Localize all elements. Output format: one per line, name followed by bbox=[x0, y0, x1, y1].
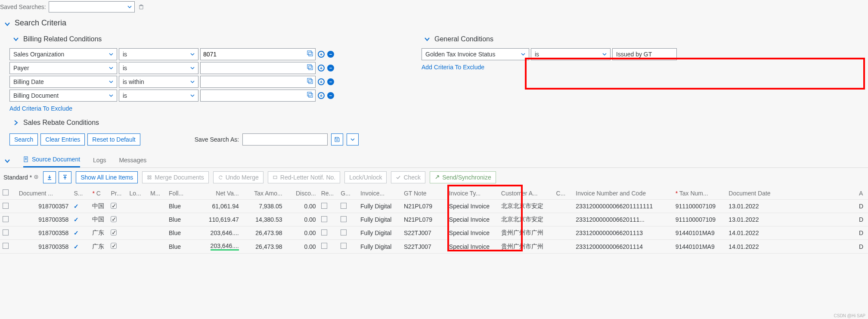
col-pr[interactable]: Pr... bbox=[108, 187, 127, 200]
table-row[interactable]: 918700358 ✓ 广东 ✓ Blue 203,646.... 26,473… bbox=[0, 226, 868, 240]
criteria-field-select[interactable]: Billing Document bbox=[9, 90, 117, 102]
sales-rebate-header[interactable]: Sales Rebate Conditions bbox=[0, 115, 420, 131]
checkbox[interactable] bbox=[341, 243, 347, 249]
save-search-input[interactable] bbox=[242, 133, 328, 146]
col-foll[interactable]: Foll... bbox=[166, 187, 198, 200]
chevron-down-icon[interactable] bbox=[4, 158, 10, 165]
cell-invoice-number: 23312000000066201111111 bbox=[573, 200, 673, 213]
check-icon: ✓ bbox=[74, 229, 79, 236]
criteria-operator-select[interactable]: is bbox=[119, 62, 198, 74]
export-button[interactable] bbox=[59, 171, 71, 183]
row-checkbox[interactable] bbox=[3, 203, 9, 209]
checkbox-icon[interactable]: ✓ bbox=[111, 229, 117, 235]
criteria-operator-select[interactable]: is bbox=[119, 90, 198, 102]
cell-invoice-number: 2331200000006620111... bbox=[573, 213, 673, 226]
row-checkbox[interactable] bbox=[3, 243, 9, 249]
col-invoice-type[interactable]: Invoice Ty... bbox=[446, 187, 499, 200]
criteria-value-input[interactable] bbox=[200, 48, 316, 60]
col-tax-number[interactable]: * Tax Num... bbox=[673, 187, 726, 200]
checkbox[interactable] bbox=[341, 203, 347, 209]
col-c[interactable]: * C bbox=[90, 187, 108, 200]
add-row-button[interactable]: + bbox=[317, 92, 325, 99]
cell-action[interactable]: D bbox=[856, 200, 868, 213]
col-invoice[interactable]: Invoice... bbox=[358, 187, 401, 200]
trash-icon[interactable] bbox=[137, 3, 145, 11]
checkbox[interactable] bbox=[321, 243, 327, 249]
view-selector[interactable]: Standard * bbox=[3, 174, 39, 181]
cell-action[interactable]: D bbox=[856, 226, 868, 240]
search-criteria-header[interactable]: Search Criteria bbox=[0, 15, 868, 31]
remove-row-button[interactable]: − bbox=[327, 78, 335, 86]
col-action[interactable]: A bbox=[856, 187, 868, 200]
add-row-button[interactable]: + bbox=[317, 78, 325, 86]
tab-logs[interactable]: Logs bbox=[93, 157, 106, 167]
row-checkbox[interactable] bbox=[3, 229, 9, 235]
criteria-field-select[interactable]: Payer bbox=[9, 62, 117, 74]
col-invoice-number[interactable]: Invoice Number and Code bbox=[573, 187, 673, 200]
criteria-operator-select[interactable]: is bbox=[531, 48, 611, 60]
search-button[interactable]: Search bbox=[9, 133, 38, 146]
checkbox[interactable] bbox=[321, 229, 327, 235]
tab-messages[interactable]: Messages bbox=[119, 157, 146, 167]
tab-source-document[interactable]: Source Document bbox=[23, 156, 80, 167]
show-all-line-items-button[interactable]: Show All Line Items bbox=[76, 171, 138, 183]
add-criteria-exclude-link[interactable]: Add Criteria To Exclude bbox=[422, 64, 484, 71]
saved-searches-select[interactable] bbox=[49, 1, 135, 12]
save-button[interactable] bbox=[331, 133, 343, 146]
checkbox-icon[interactable]: ✓ bbox=[111, 216, 117, 222]
value-help-icon[interactable] bbox=[307, 50, 313, 58]
col-s[interactable]: S... bbox=[71, 187, 90, 200]
criteria-field-select[interactable]: Billing Date bbox=[9, 76, 117, 88]
add-row-button[interactable]: + bbox=[317, 50, 325, 58]
select-all-checkbox[interactable] bbox=[3, 189, 9, 195]
checkbox[interactable] bbox=[321, 216, 327, 222]
table-row[interactable]: 918700358 ✓ 中国 ✓ Blue 110,619.47 14,380.… bbox=[0, 213, 868, 226]
general-conditions-header[interactable]: General Conditions bbox=[420, 31, 868, 47]
criteria-operator-select[interactable]: is bbox=[119, 48, 198, 60]
checkbox[interactable] bbox=[321, 203, 327, 209]
clear-entries-button[interactable]: Clear Entries bbox=[40, 133, 85, 146]
criteria-operator-select[interactable]: is within bbox=[119, 76, 198, 88]
col-document[interactable]: Document ... bbox=[16, 187, 71, 200]
billing-conditions-header[interactable]: Billing Related Conditions bbox=[0, 31, 420, 47]
col-tax[interactable]: Tax Amo... bbox=[242, 187, 285, 200]
value-help-icon[interactable] bbox=[307, 92, 313, 99]
col-m[interactable]: M... bbox=[148, 187, 166, 200]
col-disc[interactable]: Disco... bbox=[285, 187, 319, 200]
criteria-value-input[interactable] bbox=[200, 90, 316, 102]
col-doc-date[interactable]: Document Date bbox=[726, 187, 856, 200]
cell-follow: Blue bbox=[166, 240, 198, 254]
table-row[interactable]: 918700358 ✓ 广东 ✓ Blue 203,646.... 26,473… bbox=[0, 240, 868, 254]
remove-row-button[interactable]: − bbox=[327, 64, 335, 72]
value-help-icon[interactable] bbox=[307, 64, 313, 71]
criteria-field-select[interactable]: Golden Tax Invoice Status bbox=[422, 48, 529, 60]
col-gtnote[interactable]: GT Note bbox=[401, 187, 446, 200]
criteria-value-input[interactable] bbox=[200, 62, 316, 74]
col-g[interactable]: G... bbox=[338, 187, 358, 200]
checkbox-icon[interactable]: ✓ bbox=[111, 243, 117, 249]
remove-row-button[interactable]: − bbox=[327, 50, 335, 58]
remove-row-button[interactable]: − bbox=[327, 92, 335, 99]
col-customer[interactable]: Customer A... bbox=[499, 187, 554, 200]
save-dropdown-button[interactable] bbox=[347, 133, 359, 146]
cell-document: 918700358 bbox=[16, 226, 71, 240]
criteria-value-select[interactable]: Issued by GT bbox=[612, 48, 677, 60]
cell-action[interactable]: D bbox=[856, 213, 868, 226]
reset-default-button[interactable]: Reset to Default bbox=[87, 133, 140, 146]
checkbox[interactable] bbox=[341, 216, 347, 222]
criteria-field-select[interactable]: Sales Organization bbox=[9, 48, 117, 60]
add-row-button[interactable]: + bbox=[317, 64, 325, 72]
value-help-icon[interactable] bbox=[307, 78, 313, 85]
cell-action[interactable]: D bbox=[856, 240, 868, 254]
col-netval[interactable]: Net Va... bbox=[198, 187, 242, 200]
criteria-value-input[interactable] bbox=[200, 76, 316, 88]
checkbox[interactable] bbox=[341, 229, 347, 235]
row-checkbox[interactable] bbox=[3, 216, 9, 222]
checkbox-icon[interactable]: ✓ bbox=[111, 203, 117, 209]
col-re[interactable]: Re... bbox=[319, 187, 338, 200]
add-criteria-exclude-link[interactable]: Add Criteria To Exclude bbox=[9, 105, 72, 112]
table-row[interactable]: 918700357 ✓ 中国 ✓ Blue 61,061.94 7,938.05… bbox=[0, 200, 868, 213]
col-c2[interactable]: C... bbox=[554, 187, 574, 200]
import-button[interactable] bbox=[43, 171, 56, 183]
col-lo[interactable]: Lo... bbox=[127, 187, 148, 200]
